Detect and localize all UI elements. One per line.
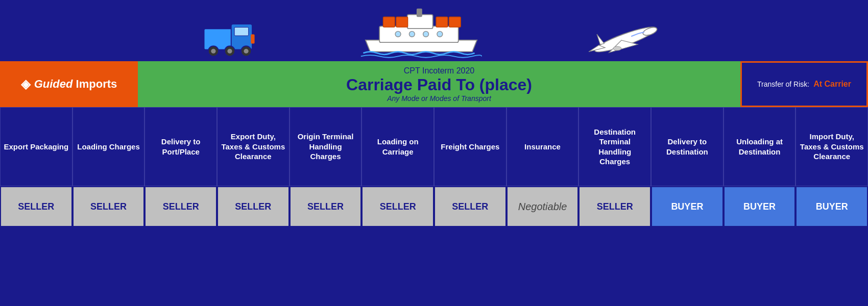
column-cell-10: BUYER xyxy=(724,186,796,227)
column-cell-4: SELLER xyxy=(290,186,362,227)
plane-icon xyxy=(585,18,666,59)
column-header-1: Loading Charges xyxy=(73,107,145,186)
svg-rect-20 xyxy=(449,17,461,27)
svg-rect-18 xyxy=(396,17,408,27)
column-cell-7: Negotiable xyxy=(507,186,579,227)
ship-icon xyxy=(360,8,483,59)
incoterm-label: CPT Incoterm 2020 xyxy=(404,66,474,75)
svg-rect-17 xyxy=(383,17,395,27)
column-header-10: Unloading at Destination xyxy=(724,107,796,186)
risk-label: Transfer of Risk: xyxy=(757,80,809,88)
svg-rect-9 xyxy=(251,34,254,43)
truck-icon xyxy=(202,13,258,59)
svg-point-4 xyxy=(211,49,215,54)
svg-point-14 xyxy=(409,31,415,37)
column-header-5: Loading on Carriage xyxy=(361,107,434,186)
svg-point-8 xyxy=(244,49,249,54)
column-header-11: Import Duty, Taxes & Customs Clearance xyxy=(795,107,868,186)
svg-point-16 xyxy=(437,31,443,37)
logo-section: ◈ Guided Imports xyxy=(0,61,138,107)
center-section: CPT Incoterm 2020 Carriage Paid To (plac… xyxy=(138,61,740,107)
svg-rect-19 xyxy=(436,17,448,27)
svg-rect-12 xyxy=(417,9,422,17)
svg-point-23 xyxy=(613,46,621,50)
svg-point-21 xyxy=(593,23,658,56)
table-header-row: Export PackagingLoading ChargesDelivery … xyxy=(0,107,868,186)
logo-guided: Guided Imports xyxy=(34,78,117,91)
column-header-8: Destination Terminal Handling Charges xyxy=(578,107,651,186)
svg-rect-2 xyxy=(234,28,249,36)
table-area: Export PackagingLoading ChargesDelivery … xyxy=(0,107,868,227)
table-data-row: SELLERSELLERSELLERSELLERSELLERSELLERSELL… xyxy=(0,186,868,227)
column-header-4: Origin Terminal Handling Charges xyxy=(290,107,362,186)
column-header-6: Freight Charges xyxy=(434,107,507,186)
column-header-0: Export Packaging xyxy=(0,107,73,186)
incoterm-subtitle: Any Mode or Modes of Transport xyxy=(387,94,491,103)
svg-point-15 xyxy=(423,31,429,37)
column-cell-0: SELLER xyxy=(0,186,73,227)
column-cell-5: SELLER xyxy=(361,186,434,227)
column-header-9: Delivery to Destination xyxy=(651,107,724,186)
risk-value: At Carrier xyxy=(813,80,851,89)
logo-icon: ◈ xyxy=(21,77,30,91)
column-header-3: Export Duty, Taxes & Customs Clearance xyxy=(217,107,290,186)
risk-section: Transfer of Risk: At Carrier xyxy=(740,61,868,107)
svg-point-6 xyxy=(227,49,232,54)
header-bar: ◈ Guided Imports CPT Incoterm 2020 Carri… xyxy=(0,61,868,107)
column-cell-6: SELLER xyxy=(434,186,507,227)
column-header-7: Insurance xyxy=(507,107,579,186)
column-cell-1: SELLER xyxy=(73,186,145,227)
icons-row xyxy=(0,0,868,61)
column-cell-8: SELLER xyxy=(578,186,651,227)
column-cell-11: BUYER xyxy=(795,186,868,227)
column-cell-9: BUYER xyxy=(651,186,724,227)
main-container: ◈ Guided Imports CPT Incoterm 2020 Carri… xyxy=(0,0,868,306)
svg-point-13 xyxy=(395,31,401,37)
column-header-2: Delivery to Port/Place xyxy=(144,107,217,186)
column-cell-3: SELLER xyxy=(217,186,290,227)
incoterm-title: Carriage Paid To (place) xyxy=(346,75,532,94)
column-cell-2: SELLER xyxy=(144,186,217,227)
